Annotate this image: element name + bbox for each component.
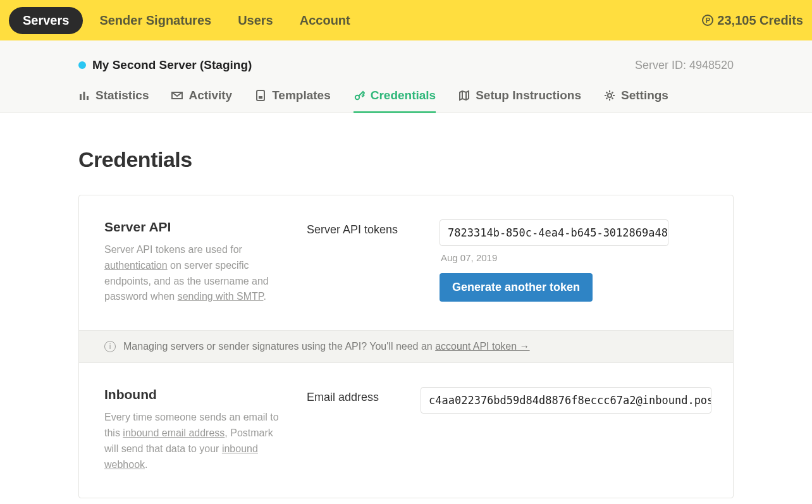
credits-indicator[interactable]: P 23,105 Credits [702, 13, 803, 28]
inbound-email-field[interactable]: c4aa022376bd59d84d8876f8eccc67a2@inbound… [421, 387, 711, 414]
inbound-description: Every time someone sends an email to thi… [104, 410, 288, 472]
nav-sender-signatures[interactable]: Sender Signatures [99, 13, 211, 28]
tab-label: Credentials [371, 89, 436, 102]
server-tabs: Statistics Activity Templates Credential… [78, 85, 734, 113]
nav-servers[interactable]: Servers [9, 7, 83, 34]
svg-rect-1 [83, 92, 85, 100]
gear-icon [604, 90, 615, 101]
generate-another-token-button[interactable]: Generate another token [440, 273, 593, 302]
key-icon [354, 90, 365, 101]
svg-rect-2 [87, 96, 89, 100]
tab-label: Settings [621, 89, 668, 102]
tab-label: Templates [272, 89, 331, 102]
server-api-section: Server API Server API tokens are used fo… [79, 195, 733, 330]
server-id: Server ID: 4948520 [635, 59, 734, 72]
nav-account[interactable]: Account [300, 13, 350, 28]
mail-icon [171, 90, 183, 101]
server-status-dot-icon [78, 61, 86, 69]
tab-setup-instructions[interactable]: Setup Instructions [458, 85, 581, 113]
server-name-text: My Second Server (Staging) [92, 58, 252, 72]
page-title: Credentials [78, 147, 734, 172]
tab-statistics[interactable]: Statistics [78, 85, 149, 113]
inbound-heading: Inbound [104, 387, 288, 402]
server-name: My Second Server (Staging) [78, 58, 252, 72]
svg-rect-4 [259, 96, 262, 99]
authentication-link[interactable]: authentication [104, 260, 168, 271]
svg-point-6 [608, 94, 612, 97]
svg-rect-0 [80, 94, 82, 100]
account-api-notice: i Managing servers or sender signatures … [79, 330, 733, 363]
tab-label: Activity [188, 89, 232, 102]
server-api-token-date: Aug 07, 2019 [441, 252, 708, 263]
tab-templates[interactable]: Templates [255, 85, 331, 113]
inbound-email-label: Email address [307, 387, 402, 472]
sending-with-smtp-link[interactable]: sending with SMTP [178, 291, 264, 302]
server-api-heading: Server API [104, 219, 288, 235]
nav-users[interactable]: Users [238, 13, 273, 28]
map-icon [458, 90, 470, 101]
notice-text: Managing servers or sender signatures us… [123, 341, 435, 352]
credentials-card: Server API Server API tokens are used fo… [78, 195, 734, 498]
bar-chart-icon [78, 90, 90, 101]
tab-settings[interactable]: Settings [604, 85, 668, 113]
tab-label: Statistics [95, 89, 149, 102]
account-api-token-link[interactable]: account API token → [435, 341, 529, 352]
inbound-section: Inbound Every time someone sends an emai… [79, 363, 733, 498]
svg-point-5 [355, 95, 359, 99]
tab-label: Setup Instructions [476, 89, 581, 102]
subheader: My Second Server (Staging) Server ID: 49… [0, 40, 812, 113]
info-icon: i [104, 341, 116, 352]
credits-label: 23,105 Credits [717, 13, 803, 28]
coin-icon: P [702, 15, 713, 26]
inbound-email-address-link[interactable]: inbound email address [123, 427, 225, 438]
tab-credentials[interactable]: Credentials [354, 85, 436, 113]
svg-rect-3 [257, 90, 264, 101]
server-api-description: Server API tokens are used for authentic… [104, 242, 288, 305]
tab-activity[interactable]: Activity [171, 85, 232, 113]
server-api-tokens-label: Server API tokens [307, 219, 421, 305]
top-navbar: Servers Sender Signatures Users Account … [0, 0, 812, 40]
document-icon [255, 90, 266, 101]
server-api-token-field[interactable]: 7823314b-850c-4ea4-b645-3012869a48c2 [440, 219, 668, 246]
